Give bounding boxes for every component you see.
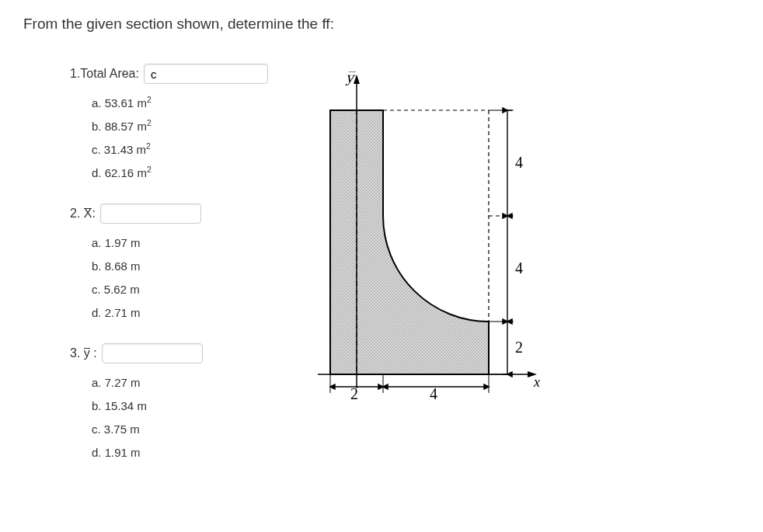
question-2: 2. X: a. 1.97 m b. 8.68 m c. 5.62 m d. 2… bbox=[70, 203, 268, 325]
q3-option-c: c. 3.75 m bbox=[92, 418, 268, 441]
q1-answer-input[interactable] bbox=[144, 64, 268, 84]
svg-marker-3 bbox=[354, 75, 360, 84]
x-axis-label: x bbox=[533, 374, 540, 390]
dim-right-width: 4 bbox=[430, 385, 437, 402]
section-shape bbox=[330, 110, 489, 374]
dim-mid-height: 4 bbox=[515, 259, 523, 276]
content-row: 1.Total Area: a. 53.61 m2 b. 88.57 m2 c.… bbox=[23, 64, 740, 483]
q1-option-a: a. 53.61 m2 bbox=[92, 92, 268, 115]
dim-top-height: 4 bbox=[515, 154, 523, 171]
question-1: 1.Total Area: a. 53.61 m2 b. 88.57 m2 c.… bbox=[70, 64, 268, 185]
q2-option-b: b. 8.68 m bbox=[92, 255, 268, 278]
q1-option-d: d. 62.16 m2 bbox=[92, 162, 268, 185]
q3-option-a: a. 7.27 m bbox=[92, 371, 268, 395]
q3-options: a. 7.27 m b. 15.34 m c. 3.75 m d. 1.91 m bbox=[70, 371, 268, 464]
dim-bottom-height: 2 bbox=[515, 339, 523, 356]
q2-options: a. 1.97 m b. 8.68 m c. 5.62 m d. 2.71 m bbox=[70, 231, 268, 325]
q3-answer-input[interactable] bbox=[102, 343, 203, 363]
q1-options: a. 53.61 m2 b. 88.57 m2 c. 31.43 m2 d. 6… bbox=[70, 92, 268, 185]
q1-option-c: c. 31.43 m2 bbox=[92, 138, 268, 162]
q2-option-c: c. 5.62 m bbox=[92, 278, 268, 301]
questions-column: 1.Total Area: a. 53.61 m2 b. 88.57 m2 c.… bbox=[23, 64, 268, 483]
q2-answer-input[interactable] bbox=[100, 203, 201, 224]
q2-label: 2. X: bbox=[70, 207, 96, 221]
q2-option-a: a. 1.97 m bbox=[92, 231, 268, 255]
section-figure: y̅ x 4 4 2 bbox=[299, 64, 548, 436]
q3-label: 3. y : bbox=[70, 346, 97, 360]
q2-option-d: d. 2.71 m bbox=[92, 301, 268, 325]
question-prompt: From the given section shown, determine … bbox=[23, 16, 740, 33]
dim-left-width: 2 bbox=[350, 385, 358, 402]
q1-label: 1.Total Area: bbox=[70, 67, 139, 81]
q3-option-b: b. 15.34 m bbox=[92, 395, 268, 418]
q3-option-d: d. 1.91 m bbox=[92, 441, 268, 464]
q1-option-b: b. 88.57 m2 bbox=[92, 115, 268, 138]
question-3: 3. y : a. 7.27 m b. 15.34 m c. 3.75 m d.… bbox=[70, 343, 268, 464]
